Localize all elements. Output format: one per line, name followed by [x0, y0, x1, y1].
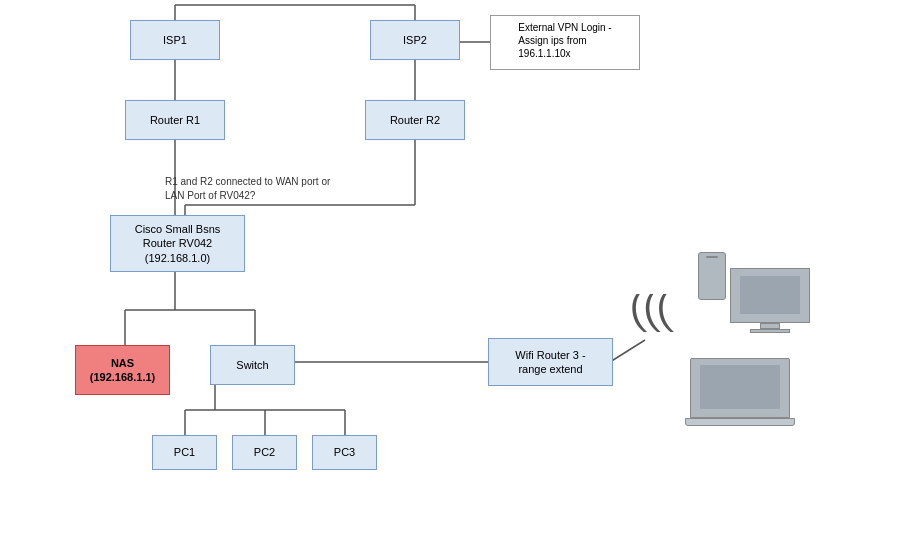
- isp2-box: ISP2: [370, 20, 460, 60]
- wifi-router3-label: Wifi Router 3 - range extend: [515, 348, 585, 377]
- pc1-label: PC1: [174, 445, 195, 459]
- rv042-box: Cisco Small Bsns Router RV042 (192.168.1…: [110, 215, 245, 272]
- vpn-note-box: External VPN Login - Assign ips from 196…: [490, 15, 640, 70]
- nas-box: NAS (192.168.1.1): [75, 345, 170, 395]
- isp1-label: ISP1: [163, 33, 187, 47]
- isp2-label: ISP2: [403, 33, 427, 47]
- monitor-device-icon: [730, 268, 810, 333]
- router-r1-box: Router R1: [125, 100, 225, 140]
- switch-label: Switch: [236, 358, 268, 372]
- network-diagram: ISP1 ISP2 External VPN Login - Assign ip…: [0, 0, 900, 540]
- svg-line-22: [610, 340, 645, 362]
- pc2-label: PC2: [254, 445, 275, 459]
- wifi-icon: ))): [630, 290, 670, 330]
- laptop-device-icon: [690, 358, 795, 426]
- phone-device-icon: [698, 252, 726, 300]
- router-r2-box: Router R2: [365, 100, 465, 140]
- wan-note: R1 and R2 connected to WAN port or LAN P…: [165, 175, 420, 203]
- pc3-label: PC3: [334, 445, 355, 459]
- wifi-router3-box: Wifi Router 3 - range extend: [488, 338, 613, 386]
- pc2-box: PC2: [232, 435, 297, 470]
- isp1-box: ISP1: [130, 20, 220, 60]
- rv042-label: Cisco Small Bsns Router RV042 (192.168.1…: [135, 222, 221, 265]
- vpn-note-label: External VPN Login - Assign ips from 196…: [518, 21, 611, 60]
- router-r1-label: Router R1: [150, 113, 200, 127]
- switch-box: Switch: [210, 345, 295, 385]
- pc3-box: PC3: [312, 435, 377, 470]
- router-r2-label: Router R2: [390, 113, 440, 127]
- pc1-box: PC1: [152, 435, 217, 470]
- nas-label: NAS (192.168.1.1): [90, 356, 155, 385]
- wan-note-label: R1 and R2 connected to WAN port or LAN P…: [165, 176, 330, 201]
